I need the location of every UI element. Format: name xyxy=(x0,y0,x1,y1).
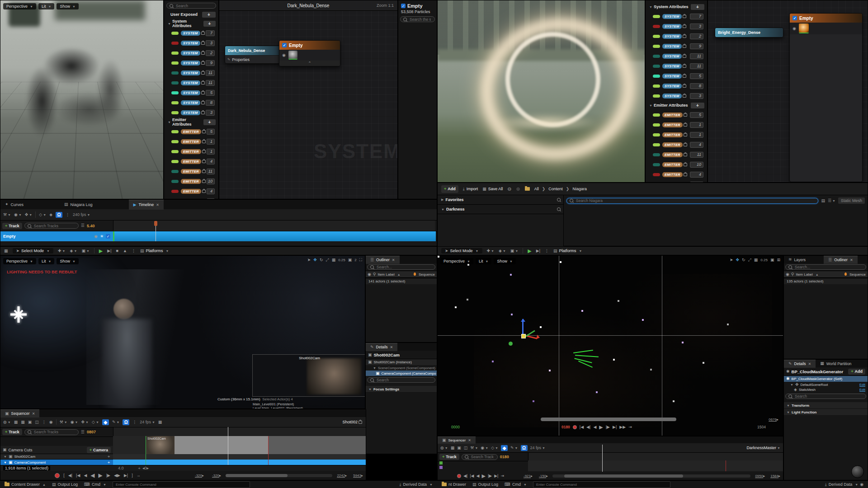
details-search[interactable] xyxy=(785,394,866,399)
world-icon[interactable]: ◍▼ xyxy=(3,420,11,424)
close-tab-icon[interactable]: ✕ xyxy=(156,203,159,207)
tab-details[interactable]: ✎Details✕ xyxy=(784,360,816,368)
filter-static-mesh[interactable]: Static Mesh xyxy=(838,197,865,204)
range-start[interactable]: -921▸ xyxy=(524,474,533,478)
attribute-row[interactable]: SYSTEM3 xyxy=(646,21,707,31)
select-mode-button[interactable]: ➤Select Mode▼ xyxy=(441,248,482,253)
tl-perspective-button[interactable]: Perspective▼ xyxy=(3,3,36,9)
sequence-icon[interactable]: ◈ xyxy=(49,213,52,217)
node-row-properties[interactable]: ✎Properties xyxy=(225,55,280,63)
settings-icon[interactable]: ⚒▼ xyxy=(470,446,478,450)
system-node-bright-energy[interactable]: Bright_Energy_Dense xyxy=(715,28,783,38)
platforms-button[interactable]: ▤Platforms▼ xyxy=(553,249,582,253)
bracket-out-button[interactable]: ] xyxy=(132,474,133,478)
platforms-button[interactable]: ▤Platforms▼ xyxy=(140,249,169,253)
save-icon[interactable]: ▦ xyxy=(451,446,455,450)
tab-niagara-log[interactable]: ▤Niagara Log xyxy=(60,200,97,209)
world-icon[interactable]: ◍▼ xyxy=(440,446,448,450)
tab-sequencer[interactable]: ▣Sequencer✕ xyxy=(438,436,476,444)
tr-node-graph[interactable]: Bright_Energy_Dense ✓Empty ◉ xyxy=(708,0,868,183)
transform-gizmo[interactable] xyxy=(508,319,539,351)
add-attribute-button[interactable]: + xyxy=(203,21,216,27)
component-staticmesh[interactable]: StaticMesh xyxy=(799,388,816,392)
eject-button[interactable]: ▲ xyxy=(123,249,127,253)
loop-button[interactable]: ⇥ xyxy=(628,425,632,429)
forward-icon[interactable]: ⊕ xyxy=(516,187,520,192)
attribute-row[interactable]: EMITTER4 xyxy=(646,140,707,150)
blueprints-icon[interactable]: ◈▼ xyxy=(70,249,77,253)
stop-button[interactable]: ■ xyxy=(116,249,118,253)
cmd-button[interactable]: ⌨Cmd▼ xyxy=(84,482,106,487)
br-viewport[interactable]: Perspective▼ Lit▼ Show▼ ➤ ✥ ↻ ⤢ ▦ 0.25 ▣… xyxy=(437,255,783,436)
step-back-button[interactable]: ◀ xyxy=(593,425,596,429)
system-attributes-header[interactable]: ▼System Attributes+ xyxy=(164,19,218,28)
jump-end-button[interactable]: ▶| xyxy=(494,474,498,478)
more-options-icon[interactable]: ⋮ xyxy=(132,249,136,253)
system-node-dark-nebula[interactable]: Dark_Nebula_Dense ✎Properties xyxy=(225,46,281,64)
tab-layers[interactable]: ≋Layers xyxy=(784,256,810,263)
add-attribute-button[interactable]: + xyxy=(202,12,216,18)
add-component-button[interactable]: Add xyxy=(848,369,865,375)
snap-value[interactable]: 0.25 xyxy=(760,258,768,262)
component-camera[interactable]: CameraComponent (CameraCompo xyxy=(382,371,436,375)
output-log-button[interactable]: ▤Output Log xyxy=(472,482,498,487)
more-options-icon[interactable]: ⋮ xyxy=(42,420,46,424)
breadcrumb-content[interactable]: Content xyxy=(548,187,563,191)
snap-toggle[interactable]: Ω xyxy=(521,445,528,451)
step-forward-button[interactable]: |▶ xyxy=(606,425,610,429)
curves-icon[interactable]: ▦ xyxy=(158,420,162,424)
attribute-row[interactable]: SYSTEM8 xyxy=(164,98,218,108)
play-button[interactable]: ▶ xyxy=(599,425,603,430)
close-tab-icon[interactable]: ✕ xyxy=(392,258,395,262)
br-lit-button[interactable]: Lit▼ xyxy=(476,258,491,264)
snap-toggle[interactable]: Ω xyxy=(56,212,62,218)
save-icon[interactable]: ▦ xyxy=(14,420,18,424)
attribute-row[interactable]: EMITTER5 xyxy=(164,127,218,136)
save-search-icon[interactable]: ▤ xyxy=(821,199,825,203)
more-options-icon[interactable]: ⋮ xyxy=(66,213,70,217)
sequencer-ruler[interactable] xyxy=(528,453,783,461)
view-options-icon[interactable]: ◉▼ xyxy=(14,213,22,217)
tab-timeline[interactable]: ▶Timeline✕ xyxy=(129,200,164,210)
record-button[interactable] xyxy=(55,473,60,478)
step-back-button[interactable]: ◀ xyxy=(84,474,87,478)
keyframe-icon[interactable]: ◇▼ xyxy=(39,213,46,217)
attribute-row[interactable]: SYSTEM5 xyxy=(646,71,707,81)
close-tab-icon[interactable]: ✕ xyxy=(390,345,393,349)
camera-icon[interactable]: ▣ xyxy=(770,258,774,262)
select-tool-icon[interactable]: ➤ xyxy=(730,258,733,262)
camera-icon[interactable]: ▣ xyxy=(28,420,32,424)
lock-icon[interactable] xyxy=(359,421,362,424)
component-scene[interactable]: SceneComponent (SceneComponent) xyxy=(378,366,435,370)
jump-end-button[interactable]: ▶| xyxy=(124,474,128,478)
step-back-button[interactable]: ◀ xyxy=(476,474,480,478)
grid-snap-icon[interactable]: ▦ xyxy=(332,258,336,262)
attribute-row[interactable]: SYSTEM11 xyxy=(646,61,707,71)
scale-tool-icon[interactable]: ⤢ xyxy=(748,258,751,262)
material-thumbnail[interactable] xyxy=(851,465,864,478)
console-input[interactable]: Enter Console Command xyxy=(113,481,250,488)
more-options-icon[interactable]: ⋮ xyxy=(545,249,549,253)
view-grid-icon[interactable]: ⊞ xyxy=(777,258,780,262)
render-movie-icon[interactable]: ◫ xyxy=(464,446,468,450)
select-tool-icon[interactable]: ➤ xyxy=(307,258,311,262)
emitter-enabled-checkbox[interactable]: ✓ xyxy=(401,4,406,8)
filter-icon[interactable]: ☰▼ xyxy=(828,199,835,203)
add-attribute-button[interactable]: + xyxy=(691,4,704,10)
attribute-row[interactable]: EMITTER1 xyxy=(646,130,707,140)
view-start[interactable]: -320▸ xyxy=(212,474,221,478)
tab-outliner[interactable]: ☰Outliner✕ xyxy=(366,256,400,264)
jump-start-button[interactable]: |◀ xyxy=(470,474,474,478)
fps-selector[interactable]: 24 fps▼ xyxy=(530,446,545,450)
pin-icon[interactable]: ⚲ xyxy=(373,272,376,277)
jump-end-button[interactable]: ▶▶ xyxy=(619,425,626,429)
sequencer-search[interactable] xyxy=(462,454,498,460)
emitter-enabled-checkbox[interactable]: ✓ xyxy=(793,16,797,20)
tr-viewport[interactable] xyxy=(437,0,645,183)
br-show-button[interactable]: Show▼ xyxy=(494,258,515,264)
prev-key-button[interactable]: ◀| xyxy=(463,474,467,478)
close-tab-icon[interactable]: ✕ xyxy=(808,362,811,366)
track-shot002cam[interactable]: ▼▣Shot002Cam ＋ xyxy=(0,454,113,460)
record-button[interactable] xyxy=(457,474,461,478)
key-nav[interactable]: ＋ ◂0▸ xyxy=(137,465,149,471)
